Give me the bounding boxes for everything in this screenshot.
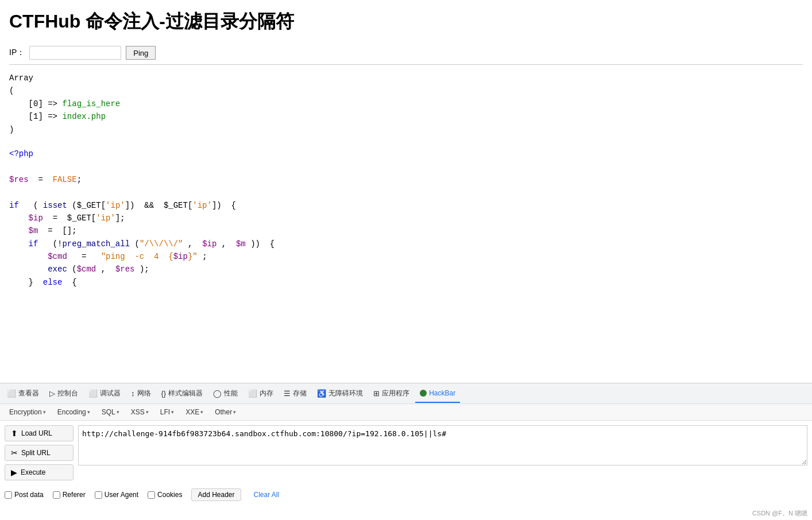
hackbar-footer: Post data Referer User Agent Cookies Add… [0, 485, 812, 507]
menu-sql-label: SQL [102, 408, 115, 416]
other-chevron-icon: ▾ [233, 409, 236, 415]
tab-memory-label: 内存 [260, 389, 273, 398]
menu-other[interactable]: Other ▾ [210, 406, 241, 418]
menu-encryption-label: Encryption [9, 408, 42, 416]
execute-button[interactable]: ▶ Execute [5, 464, 74, 480]
url-textarea[interactable]: http://challenge-914fb6f983723b64.sandbo… [78, 425, 807, 465]
post-data-checkbox[interactable] [5, 491, 12, 499]
php-line-1: <?php [9, 148, 803, 160]
tab-storage-label: 存储 [293, 389, 307, 398]
tab-performance[interactable]: ◯ 性能 [208, 385, 242, 403]
user-agent-checkbox[interactable] [95, 491, 102, 499]
php-line-6: if (!preg_match_all ("/\\/\\/" , $ip , $… [9, 238, 803, 250]
tab-memory[interactable]: ⬜ 内存 [243, 385, 278, 403]
tab-console-label: 控制台 [57, 389, 78, 398]
referer-checkbox[interactable] [53, 491, 60, 499]
encoding-chevron-icon: ▾ [87, 409, 90, 415]
referer-label: Referer [63, 491, 86, 499]
tab-debugger-label: 调试器 [100, 389, 121, 398]
php-line-4: $ip = $_GET['ip']; [9, 212, 803, 224]
php-line-7: $cmd = "ping -c 4 {$ip}" ; [9, 250, 803, 263]
php-line-2: $res = FALSE; [9, 173, 803, 186]
array-line-3: [1] => index.php [9, 110, 803, 123]
tab-inspector-label: 查看器 [18, 389, 39, 398]
hackbar-panel: Encryption ▾ Encoding ▾ SQL ▾ XSS ▾ LFI … [0, 403, 812, 520]
array-line-4: ) [9, 123, 803, 136]
debugger-icon: ⬜ [88, 389, 98, 398]
add-header-button[interactable]: Add Header [191, 488, 241, 501]
style-editor-icon: {} [161, 389, 167, 398]
php-line-5: $m = []; [9, 224, 803, 237]
hackbar-dot-icon [420, 390, 427, 397]
array-line-0: Array [9, 72, 803, 84]
php-line-9: } else { [9, 276, 803, 289]
page-title: CTFHub 命令注入-过滤目录分隔符 [9, 9, 803, 34]
hackbar-body: ⬆ Load URL ✂ Split URL ▶ Execute http://… [0, 421, 812, 485]
ip-input[interactable] [29, 46, 121, 60]
post-data-checkbox-group: Post data [5, 491, 44, 499]
tab-style-editor[interactable]: {} 样式编辑器 [157, 385, 208, 403]
performance-icon: ◯ [213, 389, 222, 398]
tab-debugger[interactable]: ⬜ 调试器 [84, 385, 125, 403]
menu-xss[interactable]: XSS ▾ [126, 406, 153, 418]
load-url-button[interactable]: ⬆ Load URL [5, 425, 74, 441]
app-icon: ⊞ [373, 389, 380, 398]
menu-xss-label: XSS [131, 408, 145, 416]
tab-hackbar-label: HackBar [429, 389, 455, 397]
split-url-label: Split URL [21, 449, 51, 457]
tab-hackbar[interactable]: HackBar [415, 385, 460, 403]
xss-chevron-icon: ▾ [146, 409, 149, 415]
menu-lfi-label: LFI [160, 408, 170, 416]
referer-checkbox-group: Referer [53, 491, 86, 499]
console-icon: ▷ [49, 389, 55, 398]
split-url-button[interactable]: ✂ Split URL [5, 445, 74, 461]
ping-button[interactable]: Ping [126, 46, 156, 60]
menu-encoding[interactable]: Encoding ▾ [53, 406, 95, 418]
menu-encoding-label: Encoding [57, 408, 86, 416]
divider [9, 64, 803, 65]
tab-accessibility-label: 无障碍环境 [328, 389, 363, 398]
ip-form: IP： Ping [9, 46, 803, 60]
menu-lfi[interactable]: LFI ▾ [156, 406, 179, 418]
php-code: <?php $res = FALSE; if ( isset ($_GET['i… [9, 148, 803, 289]
devtools-bar: ⬜ 查看器 ▷ 控制台 ⬜ 调试器 ↕ 网络 {} 样式编辑器 ◯ 性能 ⬜ 内… [0, 383, 812, 403]
clear-all-button[interactable]: Clear All [250, 489, 283, 500]
menu-xxe[interactable]: XXE ▾ [181, 406, 208, 418]
tab-network[interactable]: ↕ 网络 [126, 385, 156, 403]
load-url-icon: ⬆ [11, 429, 18, 438]
network-icon: ↕ [131, 389, 135, 398]
tab-performance-label: 性能 [224, 389, 238, 398]
menu-sql[interactable]: SQL ▾ [97, 406, 124, 418]
tab-app-label: 应用程序 [382, 389, 409, 398]
accessibility-icon: ♿ [317, 389, 326, 398]
execute-icon: ▶ [11, 468, 17, 477]
ip-label: IP： [9, 48, 25, 58]
tab-accessibility[interactable]: ♿ 无障碍环境 [312, 385, 368, 403]
watermark: CSDN @F。N 嗯嗯 [0, 507, 812, 520]
array-line-2: [0] => flag_is_here [9, 98, 803, 110]
tab-app[interactable]: ⊞ 应用程序 [369, 385, 414, 403]
tab-inspector[interactable]: ⬜ 查看器 [2, 385, 44, 403]
tab-console[interactable]: ▷ 控制台 [45, 385, 83, 403]
lfi-chevron-icon: ▾ [171, 409, 174, 415]
array-line-1: ( [9, 84, 803, 97]
inspector-icon: ⬜ [7, 389, 16, 398]
menu-xxe-label: XXE [185, 408, 199, 416]
tab-storage[interactable]: ☰ 存储 [279, 385, 311, 403]
code-output: Array ( [0] => flag_is_here [1] => index… [9, 72, 803, 289]
xxe-chevron-icon: ▾ [200, 409, 203, 415]
menu-encryption[interactable]: Encryption ▾ [5, 406, 51, 418]
encryption-chevron-icon: ▾ [43, 409, 46, 415]
split-url-icon: ✂ [11, 448, 18, 457]
tab-network-label: 网络 [137, 389, 151, 398]
cookies-label: Cookies [157, 491, 182, 499]
execute-label: Execute [21, 468, 45, 476]
tab-style-editor-label: 样式编辑器 [168, 389, 203, 398]
hackbar-actions: ⬆ Load URL ✂ Split URL ▶ Execute [5, 425, 74, 480]
user-agent-label: User Agent [105, 491, 138, 499]
cookies-checkbox[interactable] [148, 491, 155, 499]
post-data-label: Post data [14, 491, 44, 499]
load-url-label: Load URL [21, 429, 52, 437]
php-line-8: exec ($cmd , $res ); [9, 263, 803, 275]
user-agent-checkbox-group: User Agent [95, 491, 138, 499]
